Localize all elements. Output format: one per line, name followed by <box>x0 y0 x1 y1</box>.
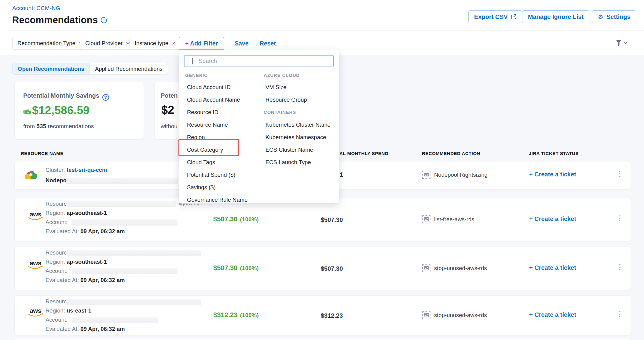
page-title: Recommendationsi <box>12 15 107 26</box>
remove-filter-icon[interactable]: × <box>172 40 175 47</box>
account-label: Account: <box>46 268 68 274</box>
redacted-account-value <box>72 268 177 274</box>
tab-open-recommendations[interactable]: Open Recommendations <box>13 63 90 74</box>
reset-filters-link[interactable]: Reset <box>260 40 276 47</box>
savings-percentage: (100%) <box>240 265 259 271</box>
redacted-resource-value <box>67 250 201 256</box>
savings-amount: $12,586.59 <box>32 104 90 117</box>
savings-percentage: (100%) <box>240 216 259 222</box>
row-menu-kebab-icon[interactable]: ⋮ <box>616 310 624 318</box>
aws-smile <box>27 217 43 221</box>
cluster-name-link[interactable]: test-sri-qa-ccm <box>67 167 107 173</box>
filter-option-cloud-tags[interactable]: Cloud Tags <box>187 159 215 166</box>
question-icon[interactable]: ? <box>102 94 109 101</box>
row-menu-kebab-icon[interactable]: ⋮ <box>616 170 624 177</box>
cluster-label: Cluster: <box>46 167 67 173</box>
broken-image-icon <box>422 171 430 179</box>
tab-applied-recommendations[interactable]: Applied Recommendations <box>90 63 168 74</box>
page-title-text: Recommendations <box>12 15 98 25</box>
region-value: ap-southeast-1 <box>67 210 107 216</box>
aws-logo-icon: aws <box>27 260 44 271</box>
row-menu-kebab-icon[interactable]: ⋮ <box>616 263 624 271</box>
filter-option-potential-spend[interactable]: Potential Spend ($) <box>187 172 235 178</box>
filter-option-governance-rule-name[interactable]: Governance Rule Name <box>187 197 247 203</box>
savings-card-title-text: Potential Monthly Savings <box>23 92 99 99</box>
aws-logo-icon: aws <box>27 308 44 319</box>
region-value: us-east-1 <box>67 307 91 314</box>
table-row: aws Resource: Region: ap-southeast-1 Acc… <box>14 247 631 290</box>
savings-subtitle-suffix: recommendations <box>46 123 94 129</box>
filter-panel-toggle[interactable] <box>615 39 627 47</box>
evaluated-at-value: 09 Apr, 06:32 am <box>80 228 125 234</box>
recommended-action-label: list-free-aws-rds <box>434 216 474 223</box>
redacted-resource-value <box>67 201 176 207</box>
aws-wordmark: aws <box>27 260 44 266</box>
evaluated-at-value: 09 Apr, 06:32 am <box>80 277 125 283</box>
region-label: Region: <box>46 259 67 265</box>
account-label: Account: <box>46 316 68 323</box>
row-menu-kebab-icon[interactable]: ⋮ <box>616 215 624 222</box>
filter-option-resource-id[interactable]: Resource ID <box>187 109 218 116</box>
save-reset-divider <box>254 39 254 48</box>
account-breadcrumb-link[interactable]: Account: CCM-NG <box>12 5 60 12</box>
monthly-spend-value: $507.30 <box>321 265 343 272</box>
create-ticket-link[interactable]: + Create a ticket <box>529 171 576 178</box>
potential-monthly-savings-card: Potential Monthly Savings? $12,586.59 fr… <box>14 82 144 139</box>
recommended-action-label: stop-unused-aws-rds <box>434 265 487 272</box>
filter-option-savings[interactable]: Savings ($) <box>187 184 216 191</box>
filter-option-cloud-account-id[interactable]: Cloud Account ID <box>187 84 231 91</box>
text-cursor <box>192 58 193 64</box>
create-ticket-link[interactable]: + Create a ticket <box>529 215 576 222</box>
filter-option-kubernetes-namespace[interactable]: Kubernetes Namespace <box>265 134 326 141</box>
redacted-account-value <box>72 317 158 323</box>
filter-chip-cloud-provider[interactable]: Cloud Provider <box>80 37 135 50</box>
filter-option-region[interactable]: Region <box>187 134 205 141</box>
spend-card-subtitle-fragment: withou <box>161 123 177 130</box>
aws-smile <box>27 313 43 318</box>
external-link-icon <box>511 14 517 20</box>
create-ticket-link[interactable]: + Create a ticket <box>529 311 576 318</box>
manage-ignore-list-button[interactable]: Manage Ignore List <box>522 10 589 23</box>
aws-logo-icon: aws <box>27 212 44 222</box>
header-divider <box>9 31 644 31</box>
mountain-glyph <box>424 173 429 177</box>
filter-option-cloud-account-name[interactable]: Cloud Account Name <box>187 96 240 103</box>
monthly-savings-value: $507.30 <box>213 264 238 272</box>
mountain-glyph <box>424 218 429 222</box>
gear-icon: ⚙ <box>598 13 603 20</box>
search-input[interactable] <box>184 55 334 67</box>
monthly-spend-value: $507.30 <box>321 216 343 223</box>
savings-subtitle-prefix: from <box>23 123 36 129</box>
savings-card-title: Potential Monthly Savings? <box>23 92 109 101</box>
redacted-resource-value <box>67 299 201 305</box>
money-icon <box>23 108 32 116</box>
filter-option-ecs-cluster-name[interactable]: ECS Cluster Name <box>265 146 313 153</box>
recommendations-tabs: Open Recommendations Applied Recommendat… <box>12 63 168 75</box>
filter-option-resource-group[interactable]: Resource Group <box>265 96 307 103</box>
filter-option-ecs-launch-type[interactable]: ECS Launch Type <box>265 159 311 166</box>
export-csv-button[interactable]: Export CSV <box>468 10 522 23</box>
filter-option-vm-size[interactable]: VM Size <box>265 84 287 91</box>
add-filter-button[interactable]: + Add Filter <box>179 37 224 50</box>
filter-chip-recommendation-type[interactable]: Recommendation Type <box>12 37 88 50</box>
column-header-recommended-action: RECOMMENDED ACTION <box>422 151 480 156</box>
filter-option-cost-category[interactable]: Cost Category <box>187 146 223 153</box>
filter-option-kubernetes-cluster-name[interactable]: Kubernetes Cluster Name <box>265 121 331 128</box>
export-csv-label: Export CSV <box>474 13 508 20</box>
gcp-logo-icon <box>24 169 37 179</box>
info-icon[interactable]: i <box>101 17 107 23</box>
recommendations-page: Account: CCM-NG Recommendationsi Export … <box>0 0 644 340</box>
chip-label: Cloud Provider <box>85 40 123 47</box>
savings-percentage: (100%) <box>240 312 259 318</box>
filter-option-resource-name[interactable]: Resource Name <box>187 121 228 128</box>
aws-smile <box>27 266 43 270</box>
recommended-action-label: Nodepool Rightsizing <box>434 172 488 178</box>
create-ticket-link[interactable]: + Create a ticket <box>529 264 576 271</box>
filter-chip-instance-type[interactable]: Instance type × <box>130 37 181 50</box>
settings-button[interactable]: ⚙ Settings <box>592 10 636 23</box>
savings-subtitle: from 535 recommendations <box>23 123 94 130</box>
save-filters-link[interactable]: Save <box>235 40 249 47</box>
evaluated-at-label: Evaluated At: <box>46 228 80 234</box>
spend-card-title-fragment: Poten <box>161 92 178 99</box>
broken-image-icon <box>422 311 430 319</box>
